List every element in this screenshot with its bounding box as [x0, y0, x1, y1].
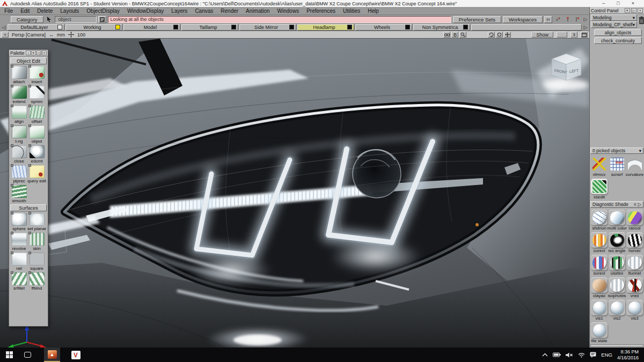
tool-scnsrf[interactable]: maxscnsrf: [608, 155, 626, 178]
pick-scope-field[interactable]: object: [55, 16, 97, 23]
layerbar-scroll-left-icon[interactable]: ◁: [1, 25, 6, 30]
language-indicator[interactable]: ENG: [601, 352, 612, 358]
tab-check-continuity[interactable]: check_continuity: [594, 37, 642, 44]
menu-animation[interactable]: Animation: [246, 8, 269, 14]
tool-vred[interactable]: vred: [626, 276, 643, 299]
palette-menu-icon[interactable]: ≡: [31, 50, 36, 55]
pivot-tool-icon[interactable]: [554, 16, 562, 23]
volume-muted-icon[interactable]: [566, 352, 573, 358]
camera-label[interactable]: Persp [Camera]: [12, 32, 46, 38]
layer-color-swatch[interactable]: [231, 25, 236, 29]
tool-align[interactable]: align: [10, 105, 28, 124]
tool-xsedit[interactable]: xsedit: [590, 178, 608, 200]
layer-color-swatch[interactable]: [57, 25, 62, 29]
layer-color-swatch[interactable]: [405, 25, 410, 29]
pan-zoom-icon[interactable]: [68, 32, 74, 38]
tool-horver[interactable]: horver: [626, 231, 643, 254]
layer-empty-slot[interactable]: [471, 24, 582, 31]
track-icon[interactable]: [504, 32, 511, 38]
tool-square[interactable]: square: [28, 252, 46, 271]
palette-close-icon[interactable]: ×: [42, 50, 47, 55]
tool-iso-angle[interactable]: iso angle: [608, 231, 626, 254]
tool-extend[interactable]: extend: [10, 85, 28, 105]
layer-color-swatch[interactable]: [173, 25, 178, 29]
tool-clayao[interactable]: clayao: [590, 276, 608, 299]
picked-objects-header[interactable]: 0 picked objects ▾: [590, 147, 643, 154]
menu-help[interactable]: Help: [368, 8, 379, 14]
tool-rancol[interactable]: rancol: [626, 209, 643, 231]
viewport-close-icon[interactable]: ×: [2, 32, 9, 38]
menu-render[interactable]: Render: [221, 8, 238, 14]
tool-vis3[interactable]: vis3: [626, 299, 643, 321]
tool-query-edit[interactable]: query edit: [28, 164, 46, 184]
tool-edcmt[interactable]: edcmt: [28, 144, 46, 164]
menu-delete[interactable]: Delete: [37, 8, 53, 14]
tool-offset[interactable]: offset: [28, 105, 46, 124]
shelf-select[interactable]: Modeling_CP_shelf ▾: [591, 21, 637, 28]
tool-set-planar[interactable]: set planar: [28, 212, 46, 232]
palette-section-object-edit[interactable]: Object Edit: [10, 57, 47, 64]
menu-layouts[interactable]: Layouts: [60, 8, 79, 14]
transform-tool-icon[interactable]: [564, 16, 572, 23]
workspace-select[interactable]: Modeling ▾: [591, 14, 637, 21]
maximize-button[interactable]: □: [617, 0, 619, 7]
tool-shdnon[interactable]: shdnon: [590, 209, 608, 231]
taskbar-alias-app[interactable]: ▲: [44, 348, 60, 362]
tool-close[interactable]: close: [10, 144, 28, 164]
tool-skin[interactable]: skin: [28, 232, 46, 252]
close-button[interactable]: ×: [632, 0, 634, 7]
tool-attach[interactable]: attach: [10, 65, 28, 85]
tool-revolve[interactable]: revolve: [10, 232, 28, 252]
menu-windows[interactable]: Windows: [277, 8, 299, 14]
tool-ffblnd[interactable]: ffblnd: [28, 271, 46, 291]
look-at-icon[interactable]: [496, 32, 503, 38]
layer-color-swatch[interactable]: [347, 25, 352, 29]
perspective-viewport[interactable]: FRONT LEFT: [0, 39, 589, 348]
tool-isophotes[interactable]: isophotes: [608, 276, 626, 299]
menu-objectdisplay[interactable]: ObjectDisplay: [86, 8, 120, 14]
tool-ltunnel[interactable]: ltunnel: [626, 254, 643, 276]
tool-file-state[interactable]: file state: [590, 321, 608, 344]
expand-icon[interactable]: ▷: [638, 202, 641, 207]
prompt-history-icon[interactable]: [98, 16, 106, 23]
layer-defaultlayer[interactable]: DefaultLayer: [8, 24, 64, 31]
menu-layers[interactable]: Layers: [171, 8, 187, 14]
list-icon[interactable]: ≡: [634, 202, 636, 207]
layer-taillamp[interactable]: Taillamp: [181, 24, 238, 31]
show-menu-button[interactable]: Show: [531, 32, 553, 38]
window-layout-icon[interactable]: [581, 32, 588, 38]
tool-surevl[interactable]: surevl: [590, 254, 608, 276]
shade-toggle-icon[interactable]: [443, 32, 450, 38]
category-button[interactable]: Category: [11, 16, 43, 23]
tool-ptprec[interactable]: ptprec: [10, 164, 28, 184]
menu-utilities[interactable]: Utilities: [343, 8, 360, 14]
tool-objed[interactable]: objed: [28, 124, 46, 144]
layerbar-scroll-right-icon[interactable]: ▷: [583, 25, 588, 30]
palette-section-surfaces[interactable]: Surfaces: [10, 204, 47, 211]
tumble-icon[interactable]: [488, 32, 495, 38]
tab-align-objects[interactable]: align_objects: [594, 29, 642, 36]
units-label[interactable]: mm: [57, 32, 65, 38]
workspaces-button[interactable]: Workspaces: [503, 16, 543, 23]
layer-color-swatch[interactable]: [463, 25, 468, 29]
preference-sets-button[interactable]: Preference Sets: [453, 16, 501, 23]
control-panel-menu-icon[interactable]: ≡: [625, 8, 630, 13]
zoom-value[interactable]: 100: [77, 32, 85, 38]
taskbar-vred-app[interactable]: V: [68, 348, 84, 362]
start-button[interactable]: [0, 348, 18, 362]
menu-preferences[interactable]: Preferences: [306, 8, 335, 14]
trash-icon[interactable]: [638, 14, 644, 26]
menu-windowdisplay[interactable]: WindowDisplay: [127, 8, 164, 14]
layer-working[interactable]: Working: [65, 24, 122, 31]
minimize-button[interactable]: –: [602, 0, 605, 7]
tool-srfillet[interactable]: srfillet: [10, 271, 28, 291]
layer-color-swatch[interactable]: [115, 25, 120, 29]
menu-edit[interactable]: Edit: [20, 8, 30, 14]
bookmark-icon[interactable]: B: [451, 32, 458, 38]
menu-file[interactable]: File: [4, 8, 13, 14]
promptline-field[interactable]: [108, 16, 451, 23]
control-panel-scrollbar[interactable]: [590, 344, 643, 347]
battery-icon[interactable]: [553, 352, 561, 357]
tool-usetex[interactable]: usetex: [608, 254, 626, 276]
palette-collapse-icon[interactable]: ◁: [36, 50, 41, 55]
